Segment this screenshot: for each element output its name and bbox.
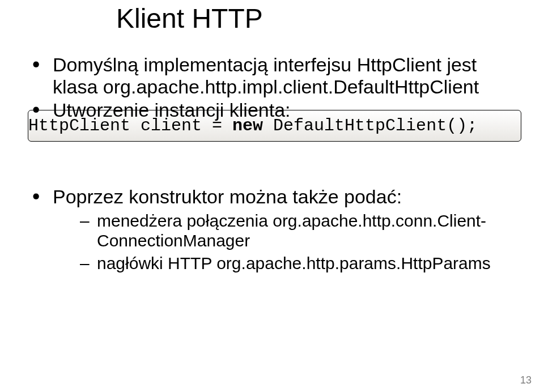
slide: Klient HTTP Domyślną implementacją inter… — [0, 0, 544, 392]
sub-list: menedżera połączenia org.apache.http.con… — [53, 208, 513, 274]
bullet-text: Poprzez konstruktor można także podać: — [53, 186, 402, 207]
bullet-list-2: Poprzez konstruktor można także podać: m… — [31, 186, 513, 274]
content-area: Domyślną implementacją interfejsu HttpCl… — [31, 34, 513, 274]
second-block: Poprzez konstruktor można także podać: m… — [31, 142, 513, 274]
page-number: 13 — [520, 374, 532, 386]
slide-title: Klient HTTP — [31, 0, 513, 34]
bullet-list-1: Domyślną implementacją interfejsu HttpCl… — [31, 54, 513, 121]
bullet-item: Utworzenie instancji klienta: — [31, 99, 513, 121]
sub-item: menedżera połączenia org.apache.http.con… — [80, 211, 513, 250]
bullet-item: Poprzez konstruktor można także podać: m… — [31, 186, 513, 274]
sub-item: nagłówki HTTP org.apache.http.params.Htt… — [80, 254, 513, 274]
bullet-item: Domyślną implementacją interfejsu HttpCl… — [31, 54, 513, 98]
